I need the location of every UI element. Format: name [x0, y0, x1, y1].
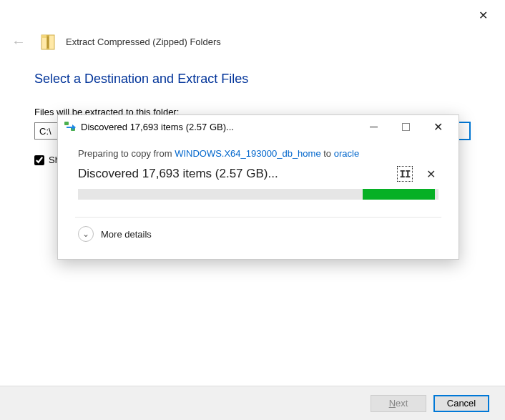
pause-button[interactable]: II [397, 166, 413, 182]
separator [75, 217, 441, 218]
status-text: Discovered 17,693 items (2.57 GB)... [78, 167, 397, 181]
progress-body: Preparing to copy from WINDOWS.X64_19300… [58, 138, 459, 259]
zip-folder-icon [40, 31, 56, 52]
preparing-label: Preparing to copy from WINDOWS.X64_19300… [78, 148, 438, 159]
progress-bar [78, 189, 438, 200]
show-files-checkbox[interactable] [34, 155, 44, 165]
copy-transfer-icon [64, 120, 77, 133]
wizard-title: Extract Compressed (Zipped) Folders [66, 36, 221, 47]
minimize-button[interactable] [358, 116, 390, 137]
chevron-down-icon: ⌄ [78, 226, 94, 242]
maximize-button [390, 116, 422, 137]
parent-window-close-button[interactable]: ✕ [476, 6, 491, 25]
wizard-heading: Select a Destination and Extract Files [34, 72, 471, 87]
progress-titlebar: Discovered 17,693 items (2.57 GB)... ✕ [58, 115, 459, 138]
dest-link[interactable]: oracle [334, 148, 359, 159]
wizard-footer: Next Cancel [0, 386, 505, 420]
back-arrow-icon: ← [7, 32, 30, 52]
copy-progress-dialog: Discovered 17,693 items (2.57 GB)... ✕ P… [57, 114, 459, 260]
cancel-button[interactable]: Cancel [433, 395, 489, 412]
progress-fill [363, 189, 435, 200]
source-link[interactable]: WINDOWS.X64_193000_db_home [175, 148, 321, 159]
next-button: Next [371, 395, 426, 412]
close-button[interactable]: ✕ [422, 116, 454, 137]
progress-title: Discovered 17,693 items (2.57 GB)... [81, 122, 358, 132]
svg-rect-4 [64, 122, 69, 125]
status-row: Discovered 17,693 items (2.57 GB)... II … [78, 166, 438, 182]
more-details-toggle[interactable]: ⌄ More details [78, 225, 438, 252]
more-details-label: More details [101, 229, 152, 240]
wizard-header: ← Extract Compressed (Zipped) Folders [0, 29, 505, 57]
cancel-copy-button[interactable]: ✕ [423, 166, 438, 182]
